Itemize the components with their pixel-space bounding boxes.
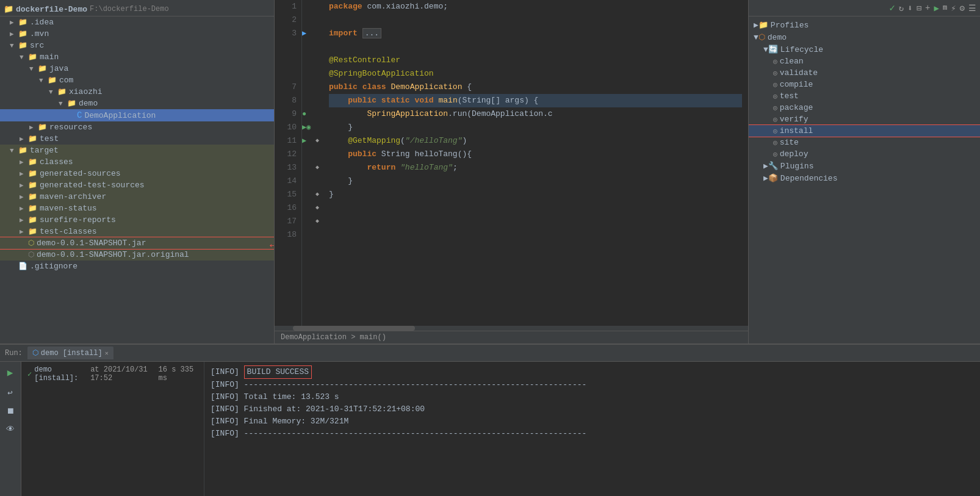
arrow-icon: ▶ <box>20 181 27 189</box>
run-stop-icon[interactable]: ⏹ <box>0 404 21 419</box>
arrow-icon <box>20 240 27 247</box>
tree-item-test[interactable]: ▶ 📁 test <box>0 133 274 145</box>
tree-item-gen-test-sources[interactable]: ▶ 📁 generated-test-sources <box>0 179 274 191</box>
goal-icon-install: ◎ <box>773 127 777 135</box>
run-output[interactable]: [INFO] BUILD SUCCESS [INFO] ------------… <box>204 362 980 496</box>
arrow-icon: ▶ <box>20 216 27 224</box>
tree-item-surefire[interactable]: ▶ 📁 surefire-reports <box>0 214 274 226</box>
code-content[interactable]: package com.xiaozhi.demo; import ... @Re… <box>323 0 748 326</box>
maven-add-icon[interactable]: + <box>925 3 930 13</box>
checkmark-icon[interactable]: ✓ <box>889 2 895 14</box>
maven-item-dependencies[interactable]: ▶ 📦 Dependencies <box>749 172 980 184</box>
maven-project-icon: ⬡ <box>758 32 765 42</box>
code-line-11: public static void main(String[] args) { <box>329 94 742 107</box>
code-line-10: public class DemoApplication { <box>329 81 742 94</box>
arrow-icon: ▶ <box>20 170 27 178</box>
arrow-icon: ▶ <box>20 228 27 235</box>
collapsed-block[interactable]: ... <box>362 28 381 38</box>
maven-item-package[interactable]: ◎ package <box>749 102 980 113</box>
folder-icon: 📁 <box>28 169 37 178</box>
jar-icon: ⬡ <box>28 239 34 248</box>
tree-label: java <box>49 64 68 73</box>
code-line-3: import ... <box>329 27 742 40</box>
folder-icon: 📁 <box>18 29 27 38</box>
tree-item-gitignore[interactable]: 📄 .gitignore <box>0 261 274 272</box>
run-rerun-icon[interactable]: ↩ <box>0 385 21 400</box>
tree-item-target[interactable]: ▼ 📁 target <box>0 145 274 156</box>
tree-item-mvn[interactable]: ▶ 📁 .mvn <box>0 28 274 40</box>
maven-skip-icon[interactable]: ⚡ <box>951 3 956 13</box>
project-header[interactable]: 📁 dockerfile-Demo F:\dockerfile-Demo <box>0 2 274 16</box>
maven-m-icon[interactable]: m <box>943 4 947 12</box>
maven-download-icon[interactable]: ⬇ <box>907 3 912 13</box>
tree-item-demo-app[interactable]: C DemoApplication <box>0 109 274 121</box>
tree-label: main <box>40 52 59 62</box>
folder-icon: 📁 <box>28 204 37 213</box>
maven-item-validate[interactable]: ◎ validate <box>749 67 980 79</box>
tree-item-main[interactable]: ▼ 📁 main <box>0 51 274 63</box>
tree-item-jar[interactable]: ⬡ demo-0.0.1-SNAPSHOT.jar <box>0 237 274 249</box>
annotation: @GetMapping <box>348 136 400 145</box>
maven-run-icon[interactable]: ▶ <box>934 3 939 13</box>
tree-item-maven-status[interactable]: ▶ 📁 maven-status <box>0 203 274 214</box>
tree-label: resources <box>49 123 92 132</box>
run-tab-install[interactable]: ⬡ demo [install] ✕ <box>27 347 113 359</box>
run-sidebar: ▶ ↩ ⏹ 👁 <box>0 362 21 496</box>
folder-icon: 📁 <box>38 123 47 132</box>
goal-icon-package: ◎ <box>773 104 777 112</box>
tree-item-demo-folder[interactable]: ▼ 📁 demo <box>0 98 274 109</box>
project-folder-icon: 📁 <box>4 4 13 14</box>
maven-more-icon[interactable]: ☰ <box>968 3 976 13</box>
arrow-icon: ▼ <box>29 65 37 73</box>
tree-item-gen-sources[interactable]: ▶ 📁 generated-sources <box>0 168 274 179</box>
output-line-4: [INFO] Finished at: 2021-10-31T17:52:21+… <box>211 403 974 415</box>
maven-item-lifecycle[interactable]: ▼ 🔄 Lifecycle <box>749 43 980 56</box>
tree-item-maven-archiver[interactable]: ▶ 📁 maven-archiver <box>0 191 274 203</box>
keyword: public <box>329 82 358 92</box>
annotation: @SpringBootApplication <box>329 69 434 78</box>
maven-collapse-icon[interactable]: ⊟ <box>917 3 921 13</box>
class-name: DemoApplication <box>391 82 462 92</box>
keyword: public <box>348 149 377 159</box>
tree-item-src[interactable]: ▼ 📁 src <box>0 40 274 51</box>
tree-label: maven-status <box>40 204 97 213</box>
jar-filename: demo-0.0.1-SNAPSHOT.jar <box>37 239 146 248</box>
tree-item-resources[interactable]: ▶ 📁 resources <box>0 121 274 133</box>
maven-item-profiles[interactable]: ▶ 📁 Profiles <box>749 19 980 31</box>
maven-item-compile[interactable]: ◎ compile <box>749 79 980 90</box>
horizontal-scrollbar[interactable] <box>275 326 748 331</box>
arrow-icon: ▼ <box>10 42 17 49</box>
maven-settings-icon[interactable]: ⚙ <box>960 3 965 13</box>
tree-item-java[interactable]: ▼ 📁 java <box>0 63 274 74</box>
keyword: public <box>348 96 377 105</box>
maven-item-demo[interactable]: ▼ ⬡ demo <box>749 31 980 43</box>
annotation: @RestController <box>329 56 400 65</box>
maven-item-plugins[interactable]: ▶ 🔧 Plugins <box>749 160 980 172</box>
arrow-icon: ▶ <box>20 204 27 212</box>
folder-icon: 📁 <box>57 87 67 96</box>
success-check-icon: ✓ <box>27 370 32 379</box>
close-tab-button[interactable]: ✕ <box>105 350 109 357</box>
tree-item-test-classes[interactable]: ▶ 📁 test-classes <box>0 226 274 237</box>
maven-item-site[interactable]: ◎ site <box>749 137 980 148</box>
file-tree-panel: 📁 dockerfile-Demo F:\dockerfile-Demo ▶ 📁… <box>0 0 275 343</box>
maven-refresh-icon[interactable]: ↻ <box>899 3 904 13</box>
lifecycle-label: Lifecycle <box>780 45 823 54</box>
maven-item-test[interactable]: ◎ test <box>749 90 980 102</box>
keyword: static <box>381 96 410 105</box>
tree-item-classes[interactable]: ▶ 📁 classes <box>0 156 274 168</box>
code-line-14: @GetMapping("/helloTang") <box>329 134 742 148</box>
code-line-8: @RestController <box>329 54 742 67</box>
maven-item-clean[interactable]: ◎ clean <box>749 56 980 67</box>
run-main: ✓ demo [install]: at 2021/10/31 17:52 16… <box>21 362 980 496</box>
run-play-icon[interactable]: ▶ <box>0 364 21 381</box>
profiles-folder-icon: 📁 <box>758 20 768 30</box>
run-scroll-icon[interactable]: 👁 <box>0 422 21 437</box>
maven-item-install[interactable]: ◎ install <box>749 125 980 137</box>
tree-item-xiaozhi[interactable]: ▼ 📁 xiaozhi <box>0 86 274 98</box>
tree-item-jar-original[interactable]: ⬡ demo-0.0.1-SNAPSHOT.jar.original <box>0 249 274 261</box>
maven-item-deploy[interactable]: ◎ deploy <box>749 148 980 160</box>
tree-item-com[interactable]: ▼ 📁 com <box>0 74 274 86</box>
tree-item-idea[interactable]: ▶ 📁 .idea <box>0 16 274 28</box>
maven-item-verify[interactable]: ◎ verify <box>749 113 980 125</box>
